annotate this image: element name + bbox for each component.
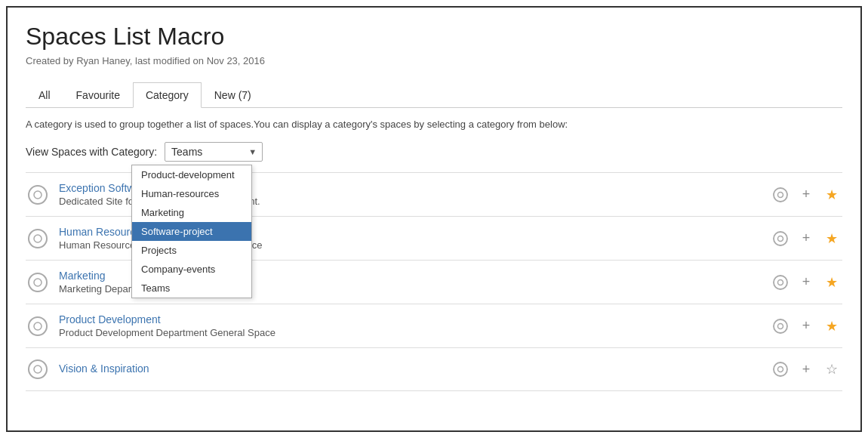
space-link-icon-1[interactable] xyxy=(770,184,791,205)
dropdown-option-teams[interactable]: Teams xyxy=(132,279,251,298)
svg-point-1 xyxy=(34,191,42,199)
svg-point-4 xyxy=(29,230,47,248)
space-item-4: Product Development Product Development … xyxy=(26,304,842,348)
add-icon-4[interactable]: + xyxy=(796,316,817,337)
svg-point-14 xyxy=(774,319,787,333)
space-link-icon-5[interactable] xyxy=(770,359,791,380)
filter-label: View Spaces with Category: xyxy=(26,146,157,158)
dropdown-option-company-events[interactable]: Company-events xyxy=(132,260,251,279)
svg-point-10 xyxy=(774,276,787,289)
category-dropdown[interactable]: Product-development Human-resources Mark… xyxy=(131,165,252,298)
add-icon-1[interactable]: + xyxy=(796,184,817,205)
space-link-icon-4[interactable] xyxy=(770,316,791,337)
tab-all[interactable]: All xyxy=(26,82,63,108)
space-icon-3 xyxy=(26,270,50,295)
filter-row: View Spaces with Category: Teams ▼ Produ… xyxy=(26,142,842,162)
svg-point-6 xyxy=(774,232,787,245)
svg-point-7 xyxy=(778,236,783,241)
category-select-wrapper[interactable]: Teams ▼ xyxy=(165,142,263,162)
svg-point-15 xyxy=(778,323,783,328)
star-icon-5[interactable]: ☆ xyxy=(821,359,842,380)
dropdown-option-software-project[interactable]: Software-project xyxy=(132,222,251,241)
star-icon-2[interactable]: ★ xyxy=(821,228,842,249)
space-link-icon-3[interactable] xyxy=(770,272,791,293)
category-select[interactable]: Teams xyxy=(165,142,263,162)
space-icon-5 xyxy=(26,357,50,381)
svg-point-18 xyxy=(774,362,787,376)
tab-category[interactable]: Category xyxy=(133,82,202,108)
add-icon-3[interactable]: + xyxy=(796,272,817,293)
star-icon-4[interactable]: ★ xyxy=(821,316,842,337)
space-desc-4: Product Development Department General S… xyxy=(59,327,761,338)
svg-point-16 xyxy=(29,360,47,378)
svg-point-8 xyxy=(29,273,47,291)
category-description: A category is used to group together a l… xyxy=(26,119,842,130)
space-item-5: Vision & Inspiration + ☆ xyxy=(26,348,842,391)
svg-point-17 xyxy=(34,366,42,373)
dropdown-option-projects[interactable]: Projects xyxy=(132,241,251,260)
space-icon-2 xyxy=(26,227,50,251)
svg-point-12 xyxy=(29,317,47,335)
space-name-5[interactable]: Vision & Inspiration xyxy=(59,362,149,375)
page-meta: Created by Ryan Haney, last modified on … xyxy=(26,55,842,66)
svg-point-5 xyxy=(34,235,42,242)
space-actions-5: + ☆ xyxy=(770,359,842,380)
space-icon-1 xyxy=(26,183,50,207)
space-name-4[interactable]: Product Development xyxy=(59,313,161,325)
star-icon-3[interactable]: ★ xyxy=(821,272,842,293)
dropdown-option-product-development[interactable]: Product-development xyxy=(132,165,251,184)
svg-point-3 xyxy=(778,192,783,197)
svg-point-9 xyxy=(34,279,42,286)
tab-favourite[interactable]: Favourite xyxy=(63,82,133,108)
dropdown-option-marketing[interactable]: Marketing xyxy=(132,203,251,222)
svg-point-13 xyxy=(34,322,42,330)
space-actions-3: + ★ xyxy=(770,272,842,293)
space-content-5: Vision & Inspiration xyxy=(59,362,761,376)
add-icon-2[interactable]: + xyxy=(796,228,817,249)
star-icon-1[interactable]: ★ xyxy=(821,184,842,205)
tab-bar: All Favourite Category New (7) xyxy=(26,82,842,108)
add-icon-5[interactable]: + xyxy=(796,359,817,380)
space-name-3[interactable]: Marketing xyxy=(59,270,105,282)
dropdown-option-human-resources[interactable]: Human-resources xyxy=(132,184,251,203)
space-actions-4: + ★ xyxy=(770,316,842,337)
svg-point-11 xyxy=(778,279,783,285)
page-container: Spaces List Macro Created by Ryan Haney,… xyxy=(6,6,862,432)
svg-point-2 xyxy=(774,188,787,202)
space-icon-4 xyxy=(26,314,50,338)
svg-point-0 xyxy=(29,186,47,204)
tab-new[interactable]: New (7) xyxy=(202,82,264,108)
svg-point-19 xyxy=(778,367,783,372)
space-content-4: Product Development Product Development … xyxy=(59,313,761,338)
space-actions-1: + ★ xyxy=(770,184,842,205)
space-actions-2: + ★ xyxy=(770,228,842,249)
page-title: Spaces List Macro xyxy=(26,23,842,51)
space-link-icon-2[interactable] xyxy=(770,228,791,249)
